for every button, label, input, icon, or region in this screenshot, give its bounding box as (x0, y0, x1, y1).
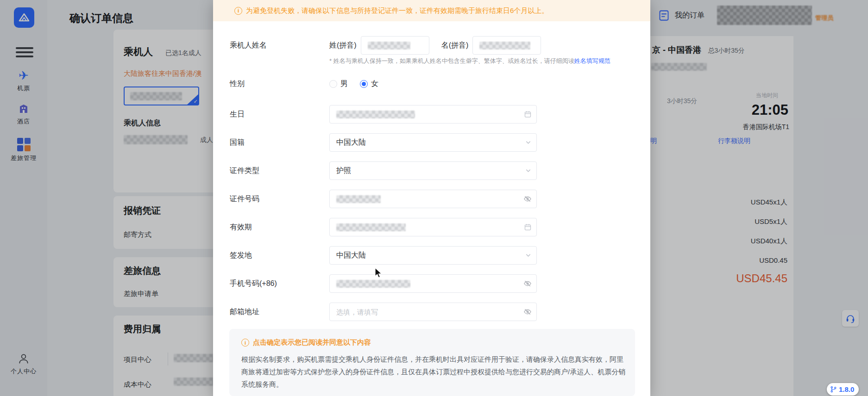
phone-input[interactable] (329, 274, 537, 293)
gender-female-radio[interactable]: 女 (360, 79, 378, 89)
field-label: 证件类型 (230, 166, 329, 176)
info-icon: i (241, 339, 249, 346)
surname-label: 姓(拼音) (329, 41, 357, 50)
issue-place-select[interactable]: 中国大陆 (329, 246, 537, 265)
gender-male-label: 男 (340, 79, 348, 89)
warning-text: 为避免登机失败，请确保以下信息与所持登记证件一致，证件有效期需晚于旅行结束日6个… (246, 6, 548, 15)
field-label: 签发地 (230, 251, 329, 260)
field-label: 性别 (230, 79, 329, 89)
birthday-redacted (336, 111, 415, 118)
gender-female-label: 女 (371, 79, 378, 89)
chevron-down-icon (525, 167, 532, 174)
agreement-title: 点击确定表示您已阅读并同意以下内容 (253, 338, 371, 347)
radio-unchecked-icon (329, 80, 337, 88)
given-name-label: 名(拼音) (441, 41, 469, 50)
form-row-id-number: 证件号码 (230, 190, 637, 208)
version-label: 1.8.0 (839, 385, 854, 393)
agreement-panel: i 点击确定表示您已阅读并同意以下内容 根据实名制要求，购买机票需提交乘机人身份… (229, 329, 635, 396)
surname-redacted (368, 42, 410, 50)
phone-redacted (336, 280, 410, 288)
agreement-title-row: i 点击确定表示您已阅读并同意以下内容 (241, 338, 623, 347)
branch-icon (830, 386, 837, 393)
eye-off-icon[interactable] (523, 279, 532, 288)
id-number-redacted (336, 195, 381, 203)
form-row-email: 邮箱地址 (230, 303, 637, 321)
gender-male-radio[interactable]: 男 (329, 79, 348, 89)
agreement-body: 根据实名制要求，购买机票需提交乘机人身份证件信息，并在乘机时出具对应证件用于验证… (241, 353, 626, 390)
radio-checked-icon (360, 80, 368, 88)
email-field[interactable] (336, 308, 489, 316)
warning-banner: i 为避免登机失败，请确保以下信息与所持登记证件一致，证件有效期需晚于旅行结束日… (213, 0, 650, 21)
form-row-nationality: 国籍 中国大陆 (230, 133, 637, 152)
eye-off-icon[interactable] (523, 195, 532, 203)
issue-place-value: 中国大陆 (336, 251, 366, 260)
form-row-birthday: 生日 (230, 105, 637, 124)
name-note: * 姓名与乘机人保持一致，如果乘机人姓名中包含生僻字、繁体字、或姓名过长，请仔细… (329, 56, 616, 66)
form-row-id-type: 证件类型 护照 (230, 161, 637, 180)
passenger-form-modal: i 为避免登机失败，请确保以下信息与所持登记证件一致，证件有效期需晚于旅行结束日… (213, 0, 650, 396)
email-field-wrap (329, 303, 537, 321)
id-type-select[interactable]: 护照 (329, 161, 537, 180)
chevron-down-icon (525, 139, 532, 146)
app-window: ✈ 机票 酒店 (0, 0, 868, 396)
form-row-gender: 性别 男 女 (230, 78, 637, 90)
field-label: 生日 (230, 110, 329, 119)
name-note-text: * 姓名与乘机人保持一致，如果乘机人姓名中包含生僻字、繁体字、或姓名过长，请仔细… (329, 57, 574, 64)
info-icon: i (234, 7, 242, 15)
nationality-value: 中国大陆 (336, 138, 366, 148)
calendar-icon (524, 223, 532, 231)
surname-input[interactable] (361, 36, 429, 55)
given-name-redacted (479, 42, 530, 50)
birthday-input[interactable] (329, 105, 537, 124)
field-label: 有效期 (230, 223, 329, 232)
validity-redacted (336, 223, 406, 231)
id-number-input[interactable] (329, 190, 537, 208)
calendar-icon (524, 111, 532, 118)
field-label: 邮箱地址 (230, 307, 329, 317)
chevron-down-icon (525, 252, 532, 259)
id-type-value: 护照 (336, 166, 351, 176)
nationality-select[interactable]: 中国大陆 (329, 133, 537, 152)
given-name-input[interactable] (472, 36, 541, 55)
form-row-validity: 有效期 (230, 218, 637, 236)
validity-input[interactable] (329, 218, 537, 236)
field-label: 手机号码(+86) (230, 279, 329, 289)
form-row-phone: 手机号码(+86) (230, 274, 637, 293)
form-row-issue-place: 签发地 中国大陆 (230, 246, 637, 265)
eye-off-icon[interactable] (523, 308, 532, 316)
version-badge[interactable]: 1.8.0 (827, 383, 859, 396)
field-label: 乘机人姓名 (230, 41, 329, 50)
name-rules-link[interactable]: 姓名填写规范 (574, 57, 610, 64)
field-label: 国籍 (230, 138, 329, 148)
field-label: 证件号码 (230, 194, 329, 204)
form-row-name: 乘机人姓名 姓(拼音) 名(拼音) (230, 36, 637, 55)
